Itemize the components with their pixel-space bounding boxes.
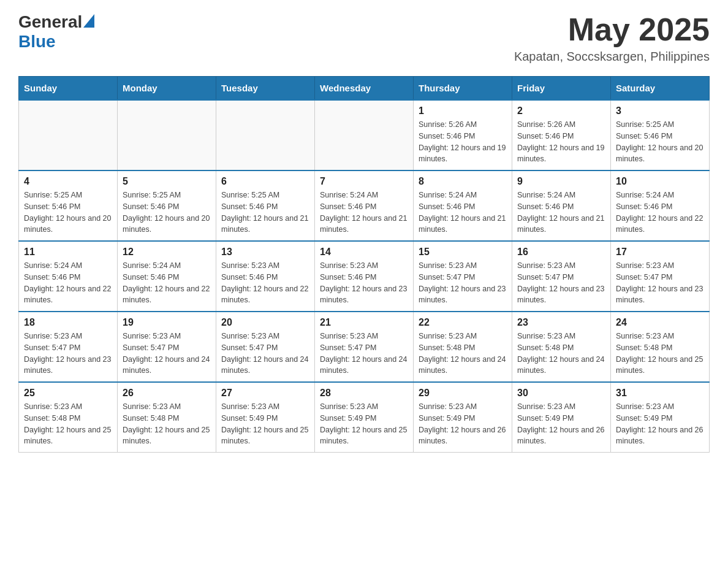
day-number: 22 [419, 317, 507, 328]
day-info: Sunrise: 5:23 AMSunset: 5:47 PMDaylight:… [616, 260, 704, 306]
header-row: SundayMondayTuesdayWednesdayThursdayFrid… [19, 77, 710, 101]
day-cell: 18Sunrise: 5:23 AMSunset: 5:47 PMDayligh… [19, 312, 118, 382]
day-info: Sunrise: 5:23 AMSunset: 5:48 PMDaylight:… [616, 331, 704, 377]
day-info: Sunrise: 5:23 AMSunset: 5:46 PMDaylight:… [320, 260, 408, 306]
day-cell: 25Sunrise: 5:23 AMSunset: 5:48 PMDayligh… [19, 382, 118, 453]
day-cell: 3Sunrise: 5:25 AMSunset: 5:46 PMDaylight… [611, 100, 710, 170]
day-number: 5 [123, 176, 211, 187]
day-info: Sunrise: 5:23 AMSunset: 5:47 PMDaylight:… [517, 260, 605, 306]
day-number: 14 [320, 247, 408, 258]
day-info: Sunrise: 5:23 AMSunset: 5:49 PMDaylight:… [517, 401, 605, 447]
day-info: Sunrise: 5:24 AMSunset: 5:46 PMDaylight:… [123, 260, 211, 306]
logo-triangle-icon [83, 14, 94, 28]
calendar-body: 1Sunrise: 5:26 AMSunset: 5:46 PMDaylight… [19, 100, 710, 453]
month-year-title: May 2025 [514, 12, 710, 47]
day-number: 21 [320, 317, 408, 328]
day-number: 10 [616, 176, 704, 187]
day-number: 25 [24, 388, 112, 399]
day-info: Sunrise: 5:26 AMSunset: 5:46 PMDaylight:… [517, 119, 605, 165]
day-info: Sunrise: 5:23 AMSunset: 5:47 PMDaylight:… [320, 331, 408, 377]
day-info: Sunrise: 5:23 AMSunset: 5:48 PMDaylight:… [419, 331, 507, 377]
day-number: 1 [419, 105, 507, 117]
calendar-header: SundayMondayTuesdayWednesdayThursdayFrid… [19, 77, 710, 101]
day-cell: 12Sunrise: 5:24 AMSunset: 5:46 PMDayligh… [118, 241, 216, 312]
day-number: 31 [616, 388, 704, 399]
day-cell: 26Sunrise: 5:23 AMSunset: 5:48 PMDayligh… [118, 382, 216, 453]
day-cell: 20Sunrise: 5:23 AMSunset: 5:47 PMDayligh… [216, 312, 315, 382]
day-info: Sunrise: 5:23 AMSunset: 5:48 PMDaylight:… [24, 401, 112, 447]
day-info: Sunrise: 5:23 AMSunset: 5:48 PMDaylight:… [517, 331, 605, 377]
header-cell-friday: Friday [512, 77, 611, 101]
title-section: May 2025 Kapatan, Soccsksargen, Philippi… [514, 12, 710, 64]
day-cell [118, 100, 216, 170]
day-cell: 24Sunrise: 5:23 AMSunset: 5:48 PMDayligh… [611, 312, 710, 382]
day-info: Sunrise: 5:23 AMSunset: 5:47 PMDaylight:… [24, 331, 112, 377]
day-number: 28 [320, 388, 408, 399]
day-cell: 29Sunrise: 5:23 AMSunset: 5:49 PMDayligh… [414, 382, 512, 453]
day-cell: 16Sunrise: 5:23 AMSunset: 5:47 PMDayligh… [512, 241, 611, 312]
header-cell-monday: Monday [118, 77, 216, 101]
day-number: 30 [517, 388, 605, 399]
day-info: Sunrise: 5:23 AMSunset: 5:47 PMDaylight:… [419, 260, 507, 306]
day-cell [315, 100, 414, 170]
day-number: 9 [517, 176, 605, 187]
day-info: Sunrise: 5:25 AMSunset: 5:46 PMDaylight:… [24, 190, 112, 236]
day-number: 23 [517, 317, 605, 328]
header-cell-wednesday: Wednesday [315, 77, 414, 101]
day-cell: 10Sunrise: 5:24 AMSunset: 5:46 PMDayligh… [611, 170, 710, 241]
day-cell: 2Sunrise: 5:26 AMSunset: 5:46 PMDaylight… [512, 100, 611, 170]
day-info: Sunrise: 5:23 AMSunset: 5:49 PMDaylight:… [320, 401, 408, 447]
day-number: 24 [616, 317, 704, 328]
header-cell-saturday: Saturday [611, 77, 710, 101]
day-number: 26 [123, 388, 211, 399]
day-number: 8 [419, 176, 507, 187]
logo: General Blue [18, 12, 94, 52]
day-number: 15 [419, 247, 507, 258]
day-number: 19 [123, 317, 211, 328]
day-cell: 11Sunrise: 5:24 AMSunset: 5:46 PMDayligh… [19, 241, 118, 312]
day-cell: 14Sunrise: 5:23 AMSunset: 5:46 PMDayligh… [315, 241, 414, 312]
location-subtitle: Kapatan, Soccsksargen, Philippines [514, 50, 710, 64]
day-cell [216, 100, 315, 170]
day-cell: 31Sunrise: 5:23 AMSunset: 5:49 PMDayligh… [611, 382, 710, 453]
day-info: Sunrise: 5:23 AMSunset: 5:47 PMDaylight:… [123, 331, 211, 377]
svg-marker-0 [83, 14, 94, 28]
week-row-5: 25Sunrise: 5:23 AMSunset: 5:48 PMDayligh… [19, 382, 710, 453]
day-cell: 5Sunrise: 5:25 AMSunset: 5:46 PMDaylight… [118, 170, 216, 241]
day-number: 17 [616, 247, 704, 258]
day-number: 27 [221, 388, 309, 399]
day-info: Sunrise: 5:23 AMSunset: 5:49 PMDaylight:… [616, 401, 704, 447]
week-row-1: 1Sunrise: 5:26 AMSunset: 5:46 PMDaylight… [19, 100, 710, 170]
week-row-3: 11Sunrise: 5:24 AMSunset: 5:46 PMDayligh… [19, 241, 710, 312]
day-info: Sunrise: 5:23 AMSunset: 5:49 PMDaylight:… [419, 401, 507, 447]
day-cell [19, 100, 118, 170]
day-info: Sunrise: 5:23 AMSunset: 5:46 PMDaylight:… [221, 260, 309, 306]
header-cell-sunday: Sunday [19, 77, 118, 101]
day-number: 2 [517, 105, 605, 117]
day-cell: 23Sunrise: 5:23 AMSunset: 5:48 PMDayligh… [512, 312, 611, 382]
day-number: 4 [24, 176, 112, 187]
day-number: 18 [24, 317, 112, 328]
day-cell: 21Sunrise: 5:23 AMSunset: 5:47 PMDayligh… [315, 312, 414, 382]
day-info: Sunrise: 5:24 AMSunset: 5:46 PMDaylight:… [616, 190, 704, 236]
day-cell: 19Sunrise: 5:23 AMSunset: 5:47 PMDayligh… [118, 312, 216, 382]
day-cell: 8Sunrise: 5:24 AMSunset: 5:46 PMDaylight… [414, 170, 512, 241]
day-cell: 4Sunrise: 5:25 AMSunset: 5:46 PMDaylight… [19, 170, 118, 241]
day-info: Sunrise: 5:24 AMSunset: 5:46 PMDaylight:… [517, 190, 605, 236]
calendar-table: SundayMondayTuesdayWednesdayThursdayFrid… [18, 76, 710, 453]
logo-general: General [18, 12, 82, 32]
day-cell: 7Sunrise: 5:24 AMSunset: 5:46 PMDaylight… [315, 170, 414, 241]
header-cell-thursday: Thursday [414, 77, 512, 101]
day-info: Sunrise: 5:24 AMSunset: 5:46 PMDaylight:… [320, 190, 408, 236]
day-cell: 1Sunrise: 5:26 AMSunset: 5:46 PMDaylight… [414, 100, 512, 170]
day-info: Sunrise: 5:26 AMSunset: 5:46 PMDaylight:… [419, 119, 507, 165]
day-info: Sunrise: 5:25 AMSunset: 5:46 PMDaylight:… [616, 119, 704, 165]
day-number: 3 [616, 105, 704, 117]
day-info: Sunrise: 5:24 AMSunset: 5:46 PMDaylight:… [24, 260, 112, 306]
week-row-2: 4Sunrise: 5:25 AMSunset: 5:46 PMDaylight… [19, 170, 710, 241]
day-info: Sunrise: 5:25 AMSunset: 5:46 PMDaylight:… [123, 190, 211, 236]
header-cell-tuesday: Tuesday [216, 77, 315, 101]
day-cell: 6Sunrise: 5:25 AMSunset: 5:46 PMDaylight… [216, 170, 315, 241]
day-cell: 15Sunrise: 5:23 AMSunset: 5:47 PMDayligh… [414, 241, 512, 312]
day-number: 29 [419, 388, 507, 399]
